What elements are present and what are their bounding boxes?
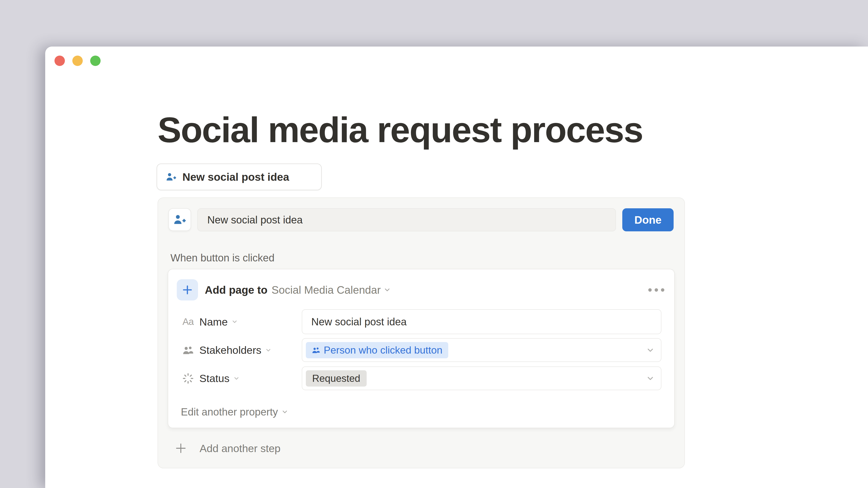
automation-step-card: Add page to Social Media Calendar Aa bbox=[168, 269, 675, 428]
new-social-post-idea-button[interactable]: New social post idea bbox=[157, 164, 322, 190]
minimize-window-button[interactable] bbox=[72, 56, 83, 66]
name-value-input[interactable]: New social post idea bbox=[302, 309, 661, 334]
button-editor-panel: New social post idea Done When button is… bbox=[158, 197, 685, 468]
person-chip[interactable]: Person who clicked button bbox=[306, 342, 448, 358]
property-selector-name[interactable]: Aa Name bbox=[181, 316, 302, 328]
zoom-window-button[interactable] bbox=[90, 56, 101, 66]
property-row-stakeholders: Stakeholders Person who bbox=[181, 338, 661, 362]
status-icon bbox=[181, 373, 195, 384]
close-window-button[interactable] bbox=[55, 56, 65, 66]
done-button[interactable]: Done bbox=[622, 208, 674, 231]
name-value: New social post idea bbox=[311, 316, 407, 328]
plus-icon bbox=[175, 442, 187, 454]
add-page-icon bbox=[177, 279, 198, 300]
page-title: Social media request process bbox=[158, 109, 643, 150]
chevron-down-icon bbox=[282, 409, 288, 415]
window-controls bbox=[55, 56, 101, 66]
chevron-down-icon bbox=[232, 319, 238, 325]
person-add-icon bbox=[166, 171, 177, 182]
step-menu-button[interactable] bbox=[647, 286, 665, 294]
status-tag-chip[interactable]: Requested bbox=[306, 370, 367, 387]
people-icon bbox=[312, 346, 320, 355]
property-selector-status[interactable]: Status bbox=[181, 372, 302, 385]
status-value-select[interactable]: Requested bbox=[302, 366, 661, 390]
property-row-status: Status Requested bbox=[181, 366, 661, 390]
add-another-step-button[interactable]: Add another step bbox=[175, 436, 281, 460]
chevron-down-icon bbox=[384, 287, 391, 293]
button-name-input[interactable]: New social post idea bbox=[197, 208, 616, 231]
button-icon-picker[interactable] bbox=[168, 208, 191, 231]
stakeholders-value-select[interactable]: Person who clicked button bbox=[302, 338, 661, 362]
chevron-down-icon bbox=[234, 376, 239, 381]
button-label: New social post idea bbox=[182, 171, 289, 183]
step-header: Add page to Social Media Calendar bbox=[177, 279, 665, 300]
target-database-selector[interactable]: Social Media Calendar bbox=[272, 284, 381, 296]
ellipsis-icon bbox=[648, 288, 652, 292]
chevron-down-icon bbox=[647, 346, 654, 354]
text-icon: Aa bbox=[181, 316, 195, 327]
app-window: Social media request process New social … bbox=[45, 46, 868, 488]
person-add-icon bbox=[173, 213, 186, 226]
property-selector-stakeholders[interactable]: Stakeholders bbox=[181, 344, 302, 356]
chevron-down-icon bbox=[647, 375, 654, 382]
chevron-down-icon bbox=[266, 347, 271, 353]
button-name-value: New social post idea bbox=[207, 214, 303, 226]
property-row-name: Aa Name New social post idea bbox=[181, 309, 661, 334]
edit-another-property-button[interactable]: Edit another property bbox=[181, 404, 288, 420]
people-icon bbox=[181, 344, 195, 356]
trigger-label: When button is clicked bbox=[170, 252, 274, 264]
step-action-label: Add page to bbox=[205, 284, 268, 296]
person-chip-label: Person who clicked button bbox=[324, 344, 442, 356]
